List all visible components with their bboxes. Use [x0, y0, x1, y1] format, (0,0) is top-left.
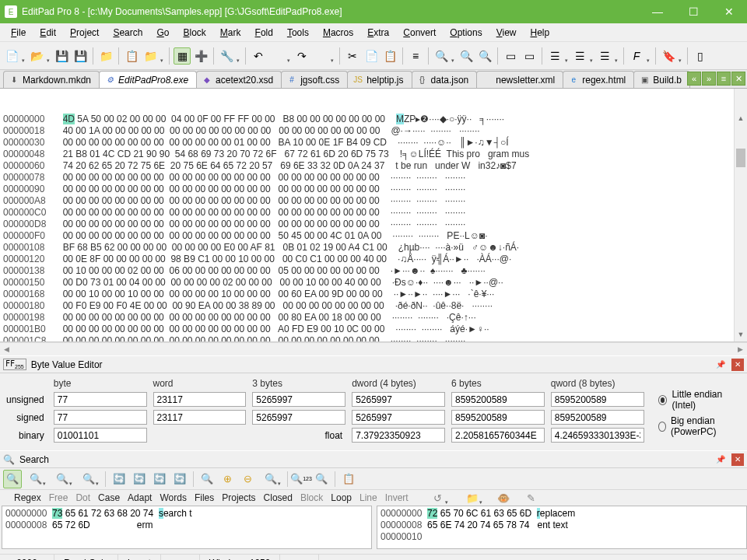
panel-close-button[interactable]: ✕: [731, 359, 744, 371]
tab-scroll-left[interactable]: «: [687, 72, 701, 86]
undo-button[interactable]: ↶: [250, 47, 267, 65]
save-all-button[interactable]: 💾: [72, 47, 89, 65]
open-file-button[interactable]: 📂: [28, 47, 51, 65]
new-file-button[interactable]: 📄: [3, 47, 26, 65]
search-opt-loop[interactable]: Loop: [331, 492, 352, 503]
list2-button[interactable]: ☰: [571, 47, 594, 65]
tab-regex-html[interactable]: eregex.html: [563, 71, 634, 88]
menu-view[interactable]: View: [490, 26, 523, 40]
minimize-button[interactable]: —: [640, 0, 675, 23]
menu-file[interactable]: File: [5, 26, 32, 40]
search-extra-3[interactable]: ✎: [522, 488, 541, 507]
bv-unsigned[interactable]: [451, 392, 545, 407]
folder-dropdown[interactable]: 📁: [142, 47, 165, 65]
add-row-button[interactable]: ➕: [192, 47, 209, 65]
search-replace4[interactable]: 🔄: [170, 470, 189, 488]
search-opt-regex[interactable]: Regex: [14, 492, 41, 503]
tab-helptip-js[interactable]: JShelptip.js: [347, 71, 412, 88]
search-find-prev[interactable]: 🔍: [50, 470, 75, 488]
tab-data-json[interactable]: {}data.json: [412, 71, 478, 88]
bv-signed[interactable]: [252, 410, 345, 425]
list3-button[interactable]: ☰: [596, 47, 619, 65]
tab-build-b[interactable]: ▣Build.b: [633, 71, 690, 88]
search-opt-words[interactable]: Words: [160, 492, 186, 503]
search-find-next[interactable]: 🔍: [23, 470, 48, 488]
menu-project[interactable]: Project: [64, 26, 105, 40]
bv-binary[interactable]: [54, 428, 147, 443]
search-hl3[interactable]: ⊖: [238, 470, 257, 488]
menu-options[interactable]: Options: [444, 26, 488, 40]
search-extra-2[interactable]: 🐵: [494, 488, 513, 507]
find-next-button[interactable]: 🔍: [458, 47, 475, 65]
tab-jgsoft-css[interactable]: #jgsoft.css: [281, 71, 348, 88]
search-count[interactable]: 🔍123: [292, 470, 310, 488]
search-find-button[interactable]: 🔍: [3, 470, 22, 488]
open-folder-button[interactable]: 📁: [97, 47, 114, 65]
scroll-down-button[interactable]: ▼: [735, 328, 747, 341]
search-opt-files[interactable]: Files: [195, 492, 214, 503]
bv-unsigned[interactable]: [352, 392, 445, 407]
tab-acetext20-xsd[interactable]: ◆acetext20.xsd: [196, 71, 282, 88]
bv-signed[interactable]: [551, 410, 644, 425]
search-opt-adapt[interactable]: Adapt: [128, 492, 152, 503]
bv-signed[interactable]: [451, 410, 545, 425]
bv-unsigned[interactable]: [153, 392, 247, 407]
bv-signed[interactable]: [153, 410, 247, 425]
undo-dropdown[interactable]: [268, 47, 292, 65]
tab-editpadpro8-exe[interactable]: ⚙EditPadPro8.exe: [99, 71, 197, 88]
bv-float[interactable]: [551, 428, 644, 443]
search-replace2[interactable]: 🔄: [130, 470, 149, 488]
menu-tools[interactable]: Tools: [281, 26, 315, 40]
scroll-up-button[interactable]: ▲: [735, 112, 747, 125]
panel-button[interactable]: ▯: [692, 47, 709, 65]
menu-edit[interactable]: Edit: [33, 26, 62, 40]
tab-close-button[interactable]: ✕: [731, 72, 745, 86]
font-button[interactable]: F: [628, 47, 651, 65]
menu-extra[interactable]: Extra: [361, 26, 395, 40]
menu-help[interactable]: Help: [524, 26, 556, 40]
select-all-button[interactable]: ▭: [502, 47, 519, 65]
bv-unsigned[interactable]: [252, 392, 345, 407]
scroll-thumb[interactable]: [736, 149, 745, 167]
search-hl4[interactable]: 🔍: [258, 470, 283, 488]
search-copy[interactable]: 📋: [339, 470, 358, 488]
maximize-button[interactable]: ☐: [675, 0, 711, 23]
vertical-scrollbar[interactable]: ▲ ▼: [734, 89, 747, 341]
hscroll-left[interactable]: ◀: [0, 345, 13, 353]
menu-search[interactable]: Search: [107, 26, 149, 40]
search-opt-closed[interactable]: Closed: [264, 492, 293, 503]
menu-mark[interactable]: Mark: [214, 26, 247, 40]
hscroll-right[interactable]: ▶: [734, 345, 747, 353]
indent-button[interactable]: ≡: [407, 47, 424, 65]
find-prev-button[interactable]: 🔍: [476, 47, 493, 65]
replace-term-box[interactable]: 00000000 72 65 70 6C 61 63 65 6D replace…: [377, 506, 747, 549]
search-opt-free[interactable]: Free: [49, 492, 68, 503]
status-insert[interactable]: Insert: [118, 555, 161, 560]
hex-editor[interactable]: 00000000 4D 5A 50 00 02 00 00 00 04 00 0…: [0, 89, 747, 342]
bv-unsigned[interactable]: [551, 392, 644, 407]
select-none-button[interactable]: ▭: [521, 47, 538, 65]
close-button[interactable]: ✕: [711, 0, 747, 23]
bv-float[interactable]: [451, 428, 545, 443]
status-readonly[interactable]: Read Only: [54, 555, 118, 560]
tab-newsletter-xml[interactable]: newsletter.xml: [476, 71, 563, 88]
search-find-all[interactable]: 🔍: [76, 470, 101, 488]
search-close-button[interactable]: ✕: [731, 453, 744, 466]
horizontal-scrollbar[interactable]: ◀ ▶: [0, 342, 747, 355]
bookmark-button[interactable]: 🔖: [660, 47, 683, 65]
bv-signed[interactable]: [54, 410, 147, 425]
bv-float[interactable]: [352, 428, 445, 443]
search-pin-button[interactable]: 📌: [714, 453, 727, 466]
search-extra-0[interactable]: ↺: [426, 488, 451, 507]
copy-icon[interactable]: 📋: [123, 47, 140, 65]
redo-button[interactable]: ↷: [293, 47, 310, 65]
menu-convert[interactable]: Convert: [397, 26, 442, 40]
big-endian-radio[interactable]: Big endian (PowerPC): [658, 415, 741, 437]
tools-dropdown[interactable]: 🔧: [218, 47, 241, 65]
copy-button[interactable]: 📄: [363, 47, 380, 65]
search-opt-line[interactable]: Line: [359, 492, 377, 503]
search-list[interactable]: 🔍: [312, 470, 331, 488]
search-extra-1[interactable]: 📁: [460, 488, 485, 507]
grid-view-button[interactable]: ▦: [174, 47, 191, 65]
search-opt-block[interactable]: Block: [300, 492, 323, 503]
